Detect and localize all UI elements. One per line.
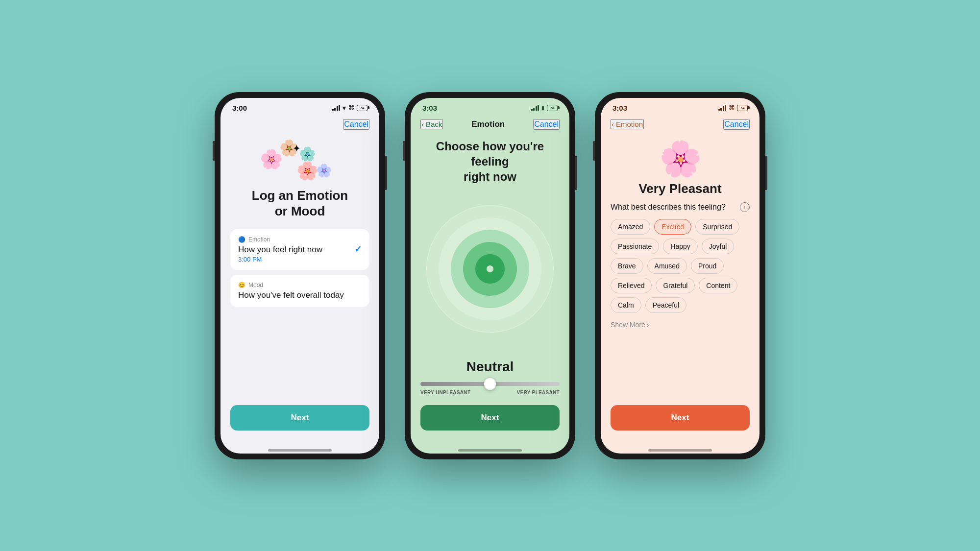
- mood-option-title: How you've felt overall today: [238, 290, 362, 300]
- flowers-container: 🌸 🌸 🌸 🌸 🌸 ✦: [220, 134, 379, 188]
- tag-brave[interactable]: Brave: [611, 258, 643, 274]
- phone-3: 3:03 ⌘ 74: [595, 92, 765, 459]
- emotion-option-header: 🔵 Emotion: [238, 236, 322, 243]
- phone1-header: Cancel: [220, 115, 379, 134]
- signal-icon-2: [531, 105, 539, 111]
- back-button-3[interactable]: ‹ Emotion: [611, 119, 644, 129]
- time-3: 3:03: [612, 104, 627, 112]
- emotion-option-card[interactable]: 🔵 Emotion How you feel right now 3:00 PM…: [230, 229, 369, 270]
- emotion-option-time: 3:00 PM: [238, 256, 322, 263]
- phone3-screen: 3:03 ⌘ 74: [601, 98, 760, 454]
- chevron-right-icon: ›: [647, 321, 649, 329]
- status-icons-2: ▮ 74: [531, 105, 558, 111]
- status-bar-3: 3:03 ⌘ 74: [601, 98, 760, 115]
- tag-peaceful[interactable]: Peaceful: [645, 297, 686, 313]
- slider-track[interactable]: [420, 382, 560, 386]
- tag-surprised[interactable]: Surprised: [695, 219, 739, 235]
- page-title-2: Choose how you're feelingright now: [411, 134, 569, 185]
- mood-option-header: 😊 Mood: [238, 282, 362, 288]
- phone-1: 3:00 ▾ ⌘ 74: [215, 92, 385, 459]
- page-title-1: Log an Emotionor Mood: [220, 188, 379, 229]
- status-icons-3: ⌘ 74: [718, 104, 748, 111]
- chevron-left-icon: ‹: [421, 120, 424, 128]
- tag-relieved[interactable]: Relieved: [611, 278, 652, 293]
- next-button-1[interactable]: Next: [230, 405, 369, 431]
- wifi-symbol-1: ⌘: [348, 104, 354, 111]
- flower-teal: 🌸: [299, 146, 316, 162]
- status-bar-1: 3:00 ▾ ⌘ 74: [220, 98, 379, 115]
- back-button-2[interactable]: ‹ Back: [420, 119, 443, 129]
- tag-joyful[interactable]: Joyful: [702, 239, 735, 254]
- circle-dot: [487, 265, 493, 272]
- phone1-screen: 3:00 ▾ ⌘ 74: [220, 98, 379, 454]
- tag-grateful[interactable]: Grateful: [656, 278, 695, 293]
- tag-amused[interactable]: Amused: [647, 258, 687, 274]
- phones-container: 3:00 ▾ ⌘ 74: [0, 0, 980, 551]
- battery-box-2: 74: [547, 105, 558, 111]
- emotion-option-title: How you feel right now: [238, 245, 322, 255]
- home-indicator-2: [458, 449, 522, 452]
- phone2-screen: 3:03 ▮ 74: [411, 98, 569, 454]
- cancel-button-3[interactable]: Cancel: [723, 119, 750, 130]
- cancel-button-1[interactable]: Cancel: [343, 119, 369, 130]
- phone3-nav: ‹ Emotion Cancel: [601, 115, 760, 134]
- battery-box-3: 74: [737, 105, 748, 111]
- slider-label-right: VERY PLEASANT: [517, 390, 560, 395]
- flower-purple: 🌸: [316, 163, 332, 178]
- cancel-button-2[interactable]: Cancel: [533, 119, 560, 130]
- mood-icon: 😊: [238, 282, 245, 288]
- home-indicator-1: [268, 449, 332, 452]
- tag-proud[interactable]: Proud: [691, 258, 724, 274]
- flower-orange: 🌸: [296, 161, 318, 181]
- tag-excited[interactable]: Excited: [654, 219, 691, 235]
- signal-icon-1: [332, 105, 341, 111]
- time-1: 3:00: [232, 104, 247, 112]
- signal-icon-3: [718, 105, 727, 111]
- info-icon[interactable]: i: [740, 202, 750, 212]
- battery-icon-2: ▮: [541, 105, 544, 111]
- tag-content[interactable]: Content: [699, 278, 737, 293]
- status-icons-1: ▾ ⌘ 74: [332, 104, 368, 112]
- slider-thumb[interactable]: [484, 378, 496, 390]
- nav-title-2: Emotion: [471, 120, 505, 129]
- home-indicator-3: [648, 449, 712, 452]
- phone-2: 3:03 ▮ 74: [405, 92, 575, 459]
- chevron-left-icon-3: ‹: [612, 120, 614, 128]
- wifi-icon-3: ⌘: [729, 104, 735, 111]
- describe-section: What best describes this feeling? i Amaz…: [601, 202, 760, 331]
- describe-question: What best describes this feeling?: [611, 203, 726, 212]
- tag-happy[interactable]: Happy: [663, 239, 697, 254]
- status-bar-2: 3:03 ▮ 74: [411, 98, 569, 115]
- slider-container[interactable]: VERY UNPLEASANT VERY PLEASANT: [411, 382, 569, 400]
- tag-passionate[interactable]: Passionate: [611, 239, 659, 254]
- slider-labels: VERY UNPLEASANT VERY PLEASANT: [420, 390, 560, 395]
- describe-header: What best describes this feeling? i: [611, 202, 750, 212]
- slider-label-left: VERY UNPLEASANT: [420, 390, 470, 395]
- flower-large: 🌸: [601, 134, 760, 181]
- battery-icon-1: 74: [357, 105, 368, 111]
- phone2-nav: ‹ Back Emotion Cancel: [411, 115, 569, 134]
- emotion-circle-container: [411, 184, 569, 354]
- next-button-2[interactable]: Next: [420, 405, 560, 431]
- next-button-3[interactable]: Next: [611, 405, 750, 431]
- pleasant-title: Very Pleasant: [601, 181, 760, 202]
- time-2: 3:03: [422, 104, 437, 112]
- checkmark-icon: ✓: [354, 244, 362, 255]
- mood-option-card[interactable]: 😊 Mood How you've felt overall today: [230, 275, 369, 307]
- tag-amazed[interactable]: Amazed: [611, 219, 650, 235]
- emotion-circles: [426, 205, 554, 333]
- wifi-icon-1: ▾: [343, 104, 346, 112]
- flower-small: ✦: [293, 143, 301, 154]
- emotion-icon: 🔵: [238, 236, 245, 243]
- tag-calm[interactable]: Calm: [611, 297, 641, 313]
- tags-grid: AmazedExcitedSurprisedPassionateHappyJoy…: [611, 219, 750, 313]
- show-more[interactable]: Show More ›: [611, 319, 750, 331]
